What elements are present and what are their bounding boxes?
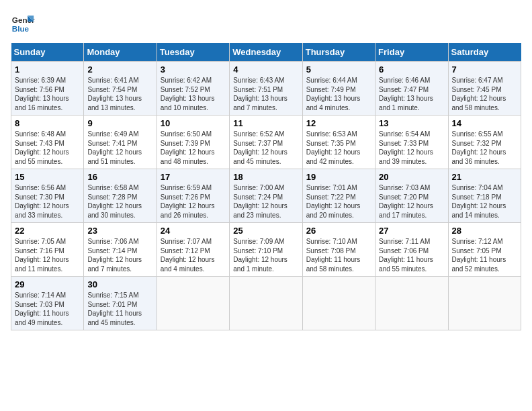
calendar-week-row: 22Sunrise: 7:05 AM Sunset: 7:16 PM Dayli…: [11, 223, 521, 277]
calendar-cell: 14Sunrise: 6:55 AM Sunset: 7:32 PM Dayli…: [448, 116, 521, 169]
day-info: Sunrise: 7:14 AM Sunset: 7:03 PM Dayligh…: [15, 291, 80, 327]
calendar-table: SundayMondayTuesdayWednesdayThursdayFrid…: [11, 43, 521, 330]
day-info: Sunrise: 7:06 AM Sunset: 7:14 PM Dayligh…: [87, 237, 152, 273]
calendar-cell: 9Sunrise: 6:49 AM Sunset: 7:41 PM Daylig…: [84, 116, 157, 169]
calendar-cell: [375, 277, 448, 330]
day-number: 30: [87, 279, 152, 289]
calendar-cell: 10Sunrise: 6:50 AM Sunset: 7:39 PM Dayli…: [157, 116, 229, 169]
calendar-cell: 16Sunrise: 6:58 AM Sunset: 7:28 PM Dayli…: [84, 169, 157, 223]
column-header-thursday: Thursday: [302, 43, 375, 62]
day-number: 4: [233, 64, 298, 75]
day-info: Sunrise: 7:10 AM Sunset: 7:08 PM Dayligh…: [306, 237, 371, 273]
day-info: Sunrise: 6:58 AM Sunset: 7:28 PM Dayligh…: [87, 183, 152, 220]
calendar-cell: 3Sunrise: 6:42 AM Sunset: 7:52 PM Daylig…: [157, 62, 229, 116]
day-number: 20: [379, 172, 444, 182]
day-info: Sunrise: 6:39 AM Sunset: 7:56 PM Dayligh…: [15, 76, 80, 112]
day-number: 28: [452, 226, 517, 236]
calendar-cell: [302, 277, 375, 330]
column-header-tuesday: Tuesday: [157, 43, 229, 62]
column-header-sunday: Sunday: [11, 43, 84, 62]
calendar-cell: 26Sunrise: 7:10 AM Sunset: 7:08 PM Dayli…: [302, 223, 375, 277]
calendar-cell: 7Sunrise: 6:47 AM Sunset: 7:45 PM Daylig…: [448, 62, 521, 116]
day-info: Sunrise: 6:54 AM Sunset: 7:33 PM Dayligh…: [379, 130, 444, 166]
page-header: General Blue: [11, 11, 521, 35]
day-number: 26: [306, 226, 371, 236]
day-number: 8: [15, 118, 80, 128]
day-number: 25: [233, 226, 298, 236]
day-info: Sunrise: 6:43 AM Sunset: 7:51 PM Dayligh…: [233, 76, 298, 112]
day-info: Sunrise: 7:07 AM Sunset: 7:12 PM Dayligh…: [161, 237, 226, 273]
calendar-cell: 28Sunrise: 7:12 AM Sunset: 7:05 PM Dayli…: [448, 223, 521, 277]
day-info: Sunrise: 7:11 AM Sunset: 7:06 PM Dayligh…: [379, 237, 444, 273]
day-number: 2: [87, 64, 152, 75]
day-number: 17: [161, 172, 226, 182]
calendar-week-row: 8Sunrise: 6:48 AM Sunset: 7:43 PM Daylig…: [11, 116, 521, 169]
column-header-wednesday: Wednesday: [230, 43, 302, 62]
calendar-cell: 8Sunrise: 6:48 AM Sunset: 7:43 PM Daylig…: [11, 116, 84, 169]
day-number: 22: [15, 226, 80, 236]
day-info: Sunrise: 6:48 AM Sunset: 7:43 PM Dayligh…: [15, 130, 80, 166]
day-info: Sunrise: 6:41 AM Sunset: 7:54 PM Dayligh…: [87, 76, 152, 112]
day-number: 9: [87, 118, 152, 128]
day-number: 15: [15, 172, 80, 182]
day-number: 27: [379, 226, 444, 236]
day-info: Sunrise: 6:42 AM Sunset: 7:52 PM Dayligh…: [161, 76, 226, 112]
calendar-cell: 24Sunrise: 7:07 AM Sunset: 7:12 PM Dayli…: [157, 223, 229, 277]
calendar-cell: 18Sunrise: 7:00 AM Sunset: 7:24 PM Dayli…: [230, 169, 302, 223]
column-header-saturday: Saturday: [448, 43, 521, 62]
column-header-friday: Friday: [375, 43, 448, 62]
calendar-cell: 13Sunrise: 6:54 AM Sunset: 7:33 PM Dayli…: [375, 116, 448, 169]
calendar-cell: [230, 277, 302, 330]
calendar-cell: 22Sunrise: 7:05 AM Sunset: 7:16 PM Dayli…: [11, 223, 84, 277]
day-number: 7: [452, 64, 517, 75]
svg-text:Blue: Blue: [12, 24, 30, 33]
calendar-header-row: SundayMondayTuesdayWednesdayThursdayFrid…: [11, 43, 521, 62]
calendar-cell: 30Sunrise: 7:15 AM Sunset: 7:01 PM Dayli…: [84, 277, 157, 330]
calendar-cell: 23Sunrise: 7:06 AM Sunset: 7:14 PM Dayli…: [84, 223, 157, 277]
calendar-cell: 20Sunrise: 7:03 AM Sunset: 7:20 PM Dayli…: [375, 169, 448, 223]
day-info: Sunrise: 7:12 AM Sunset: 7:05 PM Dayligh…: [452, 237, 517, 273]
day-number: 1: [15, 64, 80, 75]
column-header-monday: Monday: [84, 43, 157, 62]
calendar-cell: 1Sunrise: 6:39 AM Sunset: 7:56 PM Daylig…: [11, 62, 84, 116]
day-number: 21: [452, 172, 517, 182]
calendar-cell: 15Sunrise: 6:56 AM Sunset: 7:30 PM Dayli…: [11, 169, 84, 223]
day-info: Sunrise: 6:44 AM Sunset: 7:49 PM Dayligh…: [306, 76, 371, 112]
day-info: Sunrise: 6:56 AM Sunset: 7:30 PM Dayligh…: [15, 183, 80, 220]
day-number: 10: [161, 118, 226, 128]
calendar-cell: 27Sunrise: 7:11 AM Sunset: 7:06 PM Dayli…: [375, 223, 448, 277]
day-info: Sunrise: 6:59 AM Sunset: 7:26 PM Dayligh…: [161, 183, 226, 220]
day-info: Sunrise: 7:05 AM Sunset: 7:16 PM Dayligh…: [15, 237, 80, 273]
day-number: 18: [233, 172, 298, 182]
day-info: Sunrise: 6:50 AM Sunset: 7:39 PM Dayligh…: [161, 130, 226, 166]
day-number: 16: [87, 172, 152, 182]
calendar-cell: 2Sunrise: 6:41 AM Sunset: 7:54 PM Daylig…: [84, 62, 157, 116]
calendar-cell: 19Sunrise: 7:01 AM Sunset: 7:22 PM Dayli…: [302, 169, 375, 223]
day-number: 14: [452, 118, 517, 128]
calendar-cell: 12Sunrise: 6:53 AM Sunset: 7:35 PM Dayli…: [302, 116, 375, 169]
calendar-cell: 5Sunrise: 6:44 AM Sunset: 7:49 PM Daylig…: [302, 62, 375, 116]
calendar-cell: 17Sunrise: 6:59 AM Sunset: 7:26 PM Dayli…: [157, 169, 229, 223]
calendar-cell: 11Sunrise: 6:52 AM Sunset: 7:37 PM Dayli…: [230, 116, 302, 169]
calendar-cell: [448, 277, 521, 330]
calendar-cell: 4Sunrise: 6:43 AM Sunset: 7:51 PM Daylig…: [230, 62, 302, 116]
calendar-cell: 25Sunrise: 7:09 AM Sunset: 7:10 PM Dayli…: [230, 223, 302, 277]
calendar-week-row: 15Sunrise: 6:56 AM Sunset: 7:30 PM Dayli…: [11, 169, 521, 223]
day-info: Sunrise: 6:53 AM Sunset: 7:35 PM Dayligh…: [306, 130, 371, 166]
day-info: Sunrise: 6:49 AM Sunset: 7:41 PM Dayligh…: [87, 130, 152, 166]
calendar-cell: [157, 277, 229, 330]
day-number: 11: [233, 118, 298, 128]
day-number: 19: [306, 172, 371, 182]
day-number: 23: [87, 226, 152, 236]
day-number: 3: [161, 64, 226, 75]
day-info: Sunrise: 7:04 AM Sunset: 7:18 PM Dayligh…: [452, 183, 517, 220]
day-number: 12: [306, 118, 371, 128]
day-info: Sunrise: 6:55 AM Sunset: 7:32 PM Dayligh…: [452, 130, 517, 166]
day-info: Sunrise: 6:52 AM Sunset: 7:37 PM Dayligh…: [233, 130, 298, 166]
day-info: Sunrise: 6:47 AM Sunset: 7:45 PM Dayligh…: [452, 76, 517, 112]
calendar-cell: 29Sunrise: 7:14 AM Sunset: 7:03 PM Dayli…: [11, 277, 84, 330]
day-number: 29: [15, 279, 80, 289]
day-number: 6: [379, 64, 444, 75]
day-info: Sunrise: 7:01 AM Sunset: 7:22 PM Dayligh…: [306, 183, 371, 220]
calendar-cell: 21Sunrise: 7:04 AM Sunset: 7:18 PM Dayli…: [448, 169, 521, 223]
